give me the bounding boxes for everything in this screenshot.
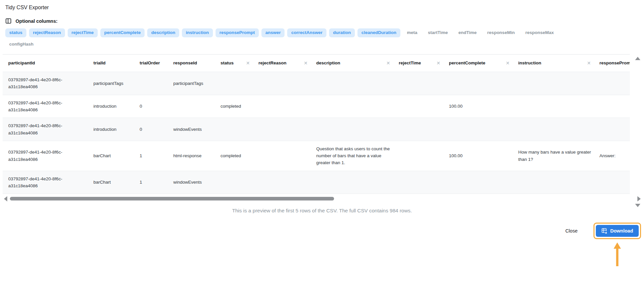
download-button[interactable]: Download xyxy=(596,225,639,237)
cell-rejectReason xyxy=(254,141,312,171)
optional-columns-list: statusrejectReasonrejectTimepercentCompl… xyxy=(0,24,588,49)
tidy-csv-exporter-dialog: Tidy CSV Exporter Optional columns: stat… xyxy=(0,0,644,289)
column-header-label: instruction xyxy=(518,59,541,66)
optional-column-pill-rejectTime[interactable]: rejectTime xyxy=(68,28,98,37)
dialog-footer: Close Download xyxy=(0,223,644,239)
cell-rejectTime xyxy=(395,95,445,118)
cell-description xyxy=(312,118,395,141)
vertical-scrollbar[interactable] xyxy=(635,57,641,207)
optional-column-pill-responseMin[interactable]: responseMin xyxy=(483,28,519,37)
table-header-row: participantIdtrialIdtrialOrderresponseId… xyxy=(3,54,630,72)
column-header-instruction: instruction✕ xyxy=(514,54,595,72)
cell-responseId: windowEvents xyxy=(169,118,217,141)
optional-column-pill-responseMax[interactable]: responseMax xyxy=(521,28,558,37)
column-header-label: rejectTime xyxy=(399,59,421,66)
table-row: 03792897-de41-4e20-8f6c-a31c18ea4086intr… xyxy=(3,118,630,141)
optional-columns-header: Optional columns: xyxy=(0,11,644,24)
table-body: 03792897-de41-4e20-8f6c-a31c18ea4086part… xyxy=(3,72,630,194)
column-header-label: percentComplete xyxy=(449,59,485,66)
optional-column-pill-startTime[interactable]: startTime xyxy=(424,28,452,37)
cell-participantId: 03792897-de41-4e20-8f6c-a31c18ea4086 xyxy=(3,72,89,95)
remove-column-description-button[interactable]: ✕ xyxy=(386,59,391,67)
table-export-icon xyxy=(601,228,607,234)
optional-column-pill-percentComplete[interactable]: percentComplete xyxy=(100,28,145,37)
cell-trialOrder: 0 xyxy=(136,95,169,118)
cell-rejectTime xyxy=(395,141,445,171)
cell-instruction xyxy=(514,95,595,118)
column-header-participantId: participantId xyxy=(3,54,89,72)
cell-status: completed xyxy=(217,141,254,171)
horizontal-scrollbar-thumb[interactable] xyxy=(10,197,334,200)
cell-rejectTime xyxy=(395,171,445,194)
cell-rejectReason xyxy=(254,118,312,141)
column-header-rejectTime: rejectTime✕ xyxy=(395,54,445,72)
cell-instruction xyxy=(514,72,595,95)
annotation-arrow-icon xyxy=(613,242,622,268)
scroll-left-arrow-icon[interactable] xyxy=(4,196,7,201)
optional-column-pill-endTime[interactable]: endTime xyxy=(455,28,481,37)
cell-trialOrder xyxy=(136,72,169,95)
csv-preview-table-zone: participantIdtrialIdtrialOrderresponseId… xyxy=(3,54,641,194)
table-row: 03792897-de41-4e20-8f6c-a31c18ea4086intr… xyxy=(3,95,630,118)
optional-column-pill-description[interactable]: description xyxy=(147,28,179,37)
remove-column-rejectReason-button[interactable]: ✕ xyxy=(303,59,308,67)
cell-description xyxy=(312,72,395,95)
optional-column-pill-answer[interactable]: answer xyxy=(261,28,285,37)
optional-column-pill-instruction[interactable]: instruction xyxy=(182,28,213,37)
table-row: 03792897-de41-4e20-8f6c-a31c18ea4086part… xyxy=(3,72,630,95)
cell-instruction: How many bars have a value greater than … xyxy=(514,141,595,171)
cell-rejectReason xyxy=(254,95,312,118)
cell-trialId: barChart xyxy=(89,171,136,194)
optional-column-pill-cleanedDuration[interactable]: cleanedDuration xyxy=(357,28,400,37)
table-row: 03792897-de41-4e20-8f6c-a31c18ea4086barC… xyxy=(3,141,630,171)
download-highlight-box: Download xyxy=(593,223,641,239)
column-header-trialOrder: trialOrder xyxy=(136,54,169,72)
scroll-right-arrow-icon[interactable] xyxy=(637,196,641,201)
cell-rejectTime xyxy=(395,72,445,95)
scroll-down-arrow-icon[interactable] xyxy=(635,204,640,207)
preview-note: This is a preview of the first 5 rows of… xyxy=(0,208,644,214)
column-header-label: trialOrder xyxy=(140,59,160,66)
cell-percentComplete xyxy=(445,118,514,141)
table-scroll-area[interactable]: participantIdtrialIdtrialOrderresponseId… xyxy=(3,54,630,194)
optional-column-pill-status[interactable]: status xyxy=(5,28,26,37)
column-header-description: description✕ xyxy=(312,54,395,72)
cell-status xyxy=(217,72,254,95)
close-button[interactable]: Close xyxy=(565,228,578,234)
cell-participantId: 03792897-de41-4e20-8f6c-a31c18ea4086 xyxy=(3,118,89,141)
cell-trialId: barChart xyxy=(89,141,136,171)
remove-column-instruction-button[interactable]: ✕ xyxy=(586,59,592,67)
page-title: Tidy CSV Exporter xyxy=(0,0,644,11)
cell-description: Question that asks users to count the nu… xyxy=(312,141,395,171)
column-header-status: status✕ xyxy=(217,54,254,72)
remove-column-status-button[interactable]: ✕ xyxy=(245,59,251,67)
scroll-up-arrow-icon[interactable] xyxy=(635,57,640,60)
cell-status xyxy=(217,118,254,141)
optional-column-pill-configHash[interactable]: configHash xyxy=(5,40,38,49)
optional-column-pill-responsePrompt[interactable]: responsePrompt xyxy=(216,28,259,37)
optional-column-pill-meta[interactable]: meta xyxy=(403,28,422,37)
column-header-label: participantId xyxy=(8,59,35,66)
cell-responseId: html-response xyxy=(169,141,217,171)
cell-status: completed xyxy=(217,95,254,118)
column-header-label: trialId xyxy=(93,59,106,66)
cell-percentComplete: 100.00 xyxy=(445,141,514,171)
cell-participantId: 03792897-de41-4e20-8f6c-a31c18ea4086 xyxy=(3,171,89,194)
cell-trialId: participantTags xyxy=(89,72,136,95)
column-header-trialId: trialId xyxy=(89,54,136,72)
optional-column-pill-rejectReason[interactable]: rejectReason xyxy=(29,28,65,37)
cell-percentComplete: 100.00 xyxy=(445,95,514,118)
remove-column-rejectTime-button[interactable]: ✕ xyxy=(436,59,441,67)
horizontal-scrollbar[interactable] xyxy=(3,196,641,202)
cell-trialOrder: 1 xyxy=(136,141,169,171)
column-header-rejectReason: rejectReason✕ xyxy=(254,54,312,72)
optional-column-pill-duration[interactable]: duration xyxy=(329,28,355,37)
column-header-label: responseId xyxy=(173,59,197,66)
remove-column-percentComplete-button[interactable]: ✕ xyxy=(505,59,510,67)
cell-trialId: introduction xyxy=(89,118,136,141)
cell-rejectReason xyxy=(254,171,312,194)
column-header-label: responsePrompt xyxy=(599,59,630,66)
optional-column-pill-correctAnswer[interactable]: correctAnswer xyxy=(287,28,326,37)
download-button-label: Download xyxy=(610,228,633,234)
cell-percentComplete xyxy=(445,72,514,95)
